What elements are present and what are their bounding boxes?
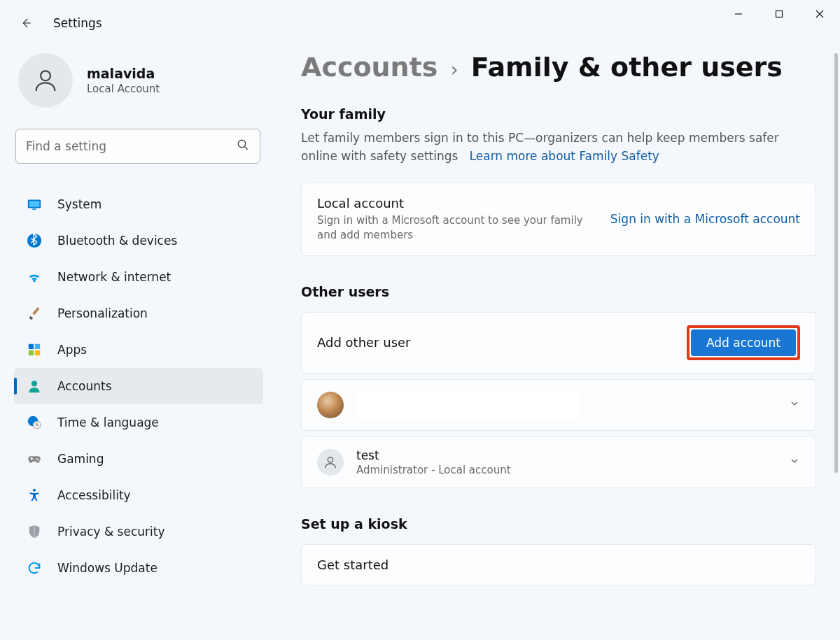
chevron-right-icon: ›	[450, 58, 458, 81]
sidebar-item-time-language[interactable]: Time & language	[14, 404, 263, 441]
scrollbar[interactable]	[834, 53, 838, 473]
minimize-button[interactable]	[718, 0, 759, 28]
sidebar-item-accessibility[interactable]: Accessibility	[14, 477, 263, 513]
breadcrumb: Accounts › Family & other users	[301, 52, 816, 83]
user-avatar-icon	[18, 53, 73, 108]
svg-line-7	[244, 146, 247, 149]
svg-rect-13	[29, 344, 34, 349]
svg-point-11	[27, 234, 41, 248]
section-title-other-users: Other users	[301, 284, 816, 299]
accessibility-icon	[27, 488, 42, 503]
svg-rect-23	[31, 457, 32, 460]
family-safety-link[interactable]: Learn more about Family Safety	[470, 149, 659, 163]
app-header: Settings	[18, 15, 102, 31]
svg-point-20	[36, 458, 38, 460]
svg-point-21	[38, 460, 39, 461]
sidebar-item-personalization[interactable]: Personalization	[14, 295, 263, 332]
sidebar-item-label: Personalization	[57, 306, 148, 320]
chevron-down-icon	[789, 398, 800, 412]
back-button[interactable]	[18, 15, 34, 31]
maximize-button[interactable]	[759, 0, 799, 28]
svg-rect-10	[32, 208, 36, 209]
sidebar-item-gaming[interactable]: Gaming	[14, 441, 263, 477]
sidebar-item-accounts[interactable]: Accounts	[14, 368, 263, 404]
card-other-user-2[interactable]: test Administrator - Local account	[301, 436, 816, 488]
kiosk-get-started: Get started	[317, 557, 800, 572]
svg-rect-14	[35, 344, 40, 349]
section-title-family: Your family	[301, 106, 816, 122]
svg-rect-12	[32, 307, 39, 315]
signin-microsoft-link[interactable]: Sign in with a Microsoft account	[610, 212, 800, 226]
local-account-title: Local account	[317, 196, 598, 211]
add-account-button[interactable]: Add account	[691, 329, 796, 356]
section-title-kiosk: Set up a kiosk	[301, 516, 816, 532]
page-title: Family & other users	[471, 52, 783, 83]
sidebar-item-network[interactable]: Network & internet	[14, 259, 263, 295]
sidebar-item-label: Accounts	[57, 379, 112, 393]
sidebar-item-label: Privacy & security	[57, 525, 165, 539]
card-local-account: Local account Sign in with a Microsoft a…	[301, 183, 816, 256]
add-other-user-label: Add other user	[317, 335, 674, 350]
update-icon	[27, 560, 42, 576]
app-title: Settings	[53, 16, 102, 30]
sidebar-item-label: Accessibility	[57, 488, 131, 502]
svg-rect-1	[776, 11, 783, 17]
svg-rect-16	[35, 350, 40, 355]
svg-point-6	[238, 140, 246, 148]
card-add-other-user: Add other user Add account	[301, 312, 816, 374]
svg-point-24	[33, 489, 36, 492]
sidebar-item-bluetooth[interactable]: Bluetooth & devices	[14, 222, 263, 259]
sidebar-item-label: Bluetooth & devices	[57, 234, 177, 248]
highlight-annotation: Add account	[687, 325, 800, 360]
current-user-block[interactable]: malavida Local Account	[18, 53, 160, 108]
user-info: malavida Local Account	[87, 66, 160, 95]
search-icon	[237, 138, 249, 154]
wifi-icon	[27, 269, 42, 285]
svg-rect-15	[29, 350, 34, 355]
svg-point-25	[328, 457, 332, 462]
svg-rect-9	[29, 201, 40, 206]
sidebar-item-label: Apps	[57, 343, 87, 357]
other-user-role: Administrator - Local account	[356, 464, 776, 476]
svg-point-5	[41, 71, 50, 80]
sidebar-item-apps[interactable]: Apps	[14, 332, 263, 368]
section-desc-family: Let family members sign in to this PC—or…	[301, 129, 805, 166]
user-name: malavida	[87, 66, 160, 81]
brush-icon	[27, 306, 42, 321]
clock-icon	[27, 415, 42, 430]
sidebar-item-label: Network & internet	[57, 270, 171, 284]
close-button[interactable]	[799, 0, 840, 28]
search-input[interactable]	[15, 129, 260, 164]
user-avatar-icon	[317, 449, 344, 476]
breadcrumb-parent[interactable]: Accounts	[301, 52, 438, 83]
sidebar-item-label: Time & language	[57, 415, 159, 429]
sidebar-item-label: Gaming	[57, 452, 104, 466]
other-user-name: test	[356, 448, 776, 462]
card-other-user-1[interactable]	[301, 379, 816, 431]
card-kiosk[interactable]: Get started	[301, 544, 816, 585]
redacted-user-name	[356, 391, 580, 419]
local-account-desc: Sign in with a Microsoft account to see …	[317, 213, 583, 243]
main-content: Accounts › Family & other users Your fam…	[301, 52, 816, 640]
chevron-down-icon	[789, 455, 800, 469]
person-icon	[27, 378, 42, 394]
user-account-type: Local Account	[87, 83, 160, 95]
gamepad-icon	[27, 451, 42, 467]
sidebar-item-label: Windows Update	[57, 561, 158, 575]
sidebar-item-windows-update[interactable]: Windows Update	[14, 550, 263, 586]
window-controls	[718, 0, 840, 34]
shield-icon	[27, 524, 42, 539]
sidebar-item-system[interactable]: System	[14, 186, 263, 222]
sidebar-item-label: System	[57, 197, 102, 211]
bluetooth-icon	[27, 233, 42, 248]
search-container	[15, 129, 260, 164]
system-icon	[27, 197, 42, 212]
apps-icon	[27, 342, 42, 357]
sidebar-nav: System Bluetooth & devices Network & int…	[14, 186, 263, 586]
svg-point-17	[31, 381, 37, 386]
sidebar-item-privacy[interactable]: Privacy & security	[14, 513, 263, 550]
user-avatar-photo	[317, 392, 344, 418]
